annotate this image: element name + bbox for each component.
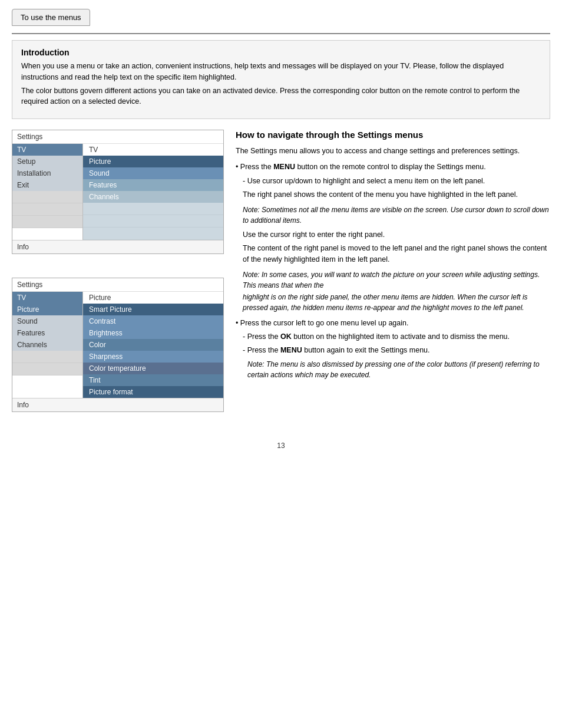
howto-indent2: The content of the right panel is moved …: [236, 243, 550, 266]
diag1-left-panel: TV Setup Installation Exit: [12, 144, 82, 228]
howto-dash2: Use the cursor right to enter the right …: [236, 229, 550, 241]
diag1-r-empty1: [83, 203, 223, 215]
diag2-empty1: [12, 351, 82, 363]
diag2-pictformat: Picture format: [83, 386, 223, 398]
diag2-left-panel: TV Picture Sound Features Channels: [12, 292, 82, 375]
main-content: Settings TV Setup Installation Exit: [12, 130, 550, 424]
howto-note1: Note: Sometimes not all the menu items a…: [236, 205, 550, 226]
intro-title: Introduction: [21, 48, 541, 57]
howto-indent1: The right panel shows the content of the…: [236, 189, 550, 200]
diag1-setup-row: Setup: [12, 156, 82, 167]
howto-note3: highlight is on the right side panel, th…: [236, 292, 550, 313]
diag1-tv-row: TV: [12, 144, 82, 156]
howto-bullet1: • Press the MENU button on the remote co…: [236, 162, 550, 173]
diag2-colortemp: Color temperature: [83, 363, 223, 374]
diag2-contrast: Contrast: [83, 315, 223, 327]
diag2-right-panel: Picture Smart Picture Contrast Brightnes…: [83, 292, 223, 398]
header-tab: To use the menus: [12, 9, 90, 26]
diag2-sound-row: Sound: [12, 315, 82, 327]
intro-section: Introduction When you use a menu or take…: [12, 40, 550, 119]
intro-paragraph2: The color buttons govern different actio…: [21, 85, 541, 108]
diag1-picture: Picture: [83, 156, 223, 167]
diag2-tint: Tint: [83, 374, 223, 386]
menu-diagram-2: Settings TV Picture Sound Features Chann…: [12, 278, 224, 412]
diag2-sharpness: Sharpness: [83, 351, 223, 363]
diag2-features-row: Features: [12, 327, 82, 339]
diag1-exit-row: Exit: [12, 179, 82, 191]
howto-dash1: - Use cursor up/down to highlight and se…: [236, 176, 550, 187]
diag1-settings-label: Settings: [12, 130, 223, 144]
diag2-info-bar: Info: [12, 398, 223, 411]
menu-diagram-1: Settings TV Setup Installation Exit: [12, 130, 224, 254]
diag2-channels-row: Channels: [12, 339, 82, 351]
diag1-features: Features: [83, 179, 223, 191]
page-number: 13: [12, 442, 550, 450]
diag1-r-empty2: [83, 215, 223, 228]
howto-note2: Note: In some cases, you will want to wa…: [236, 269, 550, 291]
howto-dash3: - Press the OK button on the highlighted…: [236, 331, 550, 342]
diag1-empty1: [12, 191, 82, 203]
header-tab-label: To use the menus: [21, 13, 81, 22]
left-column: Settings TV Setup Installation Exit: [12, 130, 224, 424]
diag2-brightness: Brightness: [83, 327, 223, 339]
howto-note4: Note: The menu is also dismissed by pres…: [236, 359, 550, 380]
howto-intro: The Settings menu allows you to access a…: [236, 146, 550, 157]
diag2-settings-label: Settings: [12, 278, 223, 292]
diag2-tv-row: TV: [12, 292, 82, 304]
howto-title: How to navigate through the Settings men…: [236, 130, 550, 140]
diag2-color: Color: [83, 339, 223, 351]
diag1-tv-header: TV: [83, 144, 223, 156]
diag2-picture-label: Picture: [83, 292, 223, 304]
diag1-empty2: [12, 203, 82, 216]
howto-bullet2: • Press the cursor left to go one menu l…: [236, 318, 550, 329]
diag1-info-bar: Info: [12, 240, 223, 253]
diag1-channels: Channels: [83, 191, 223, 203]
diag1-right-panel: Picture Sound Features Channels: [83, 156, 223, 240]
diag2-smart: Smart Picture: [83, 304, 223, 315]
diag2-picture-row: Picture: [12, 304, 82, 315]
diag1-r-empty3: [83, 228, 223, 240]
howto-dash4: - Press the MENU button again to exit th…: [236, 345, 550, 356]
diag1-install-row: Installation: [12, 167, 82, 179]
diag1-sound: Sound: [83, 167, 223, 179]
right-column: How to navigate through the Settings men…: [236, 130, 550, 424]
intro-paragraph1: When you use a menu or take an action, c…: [21, 61, 541, 83]
diag1-empty3: [12, 216, 82, 228]
diag2-empty2: [12, 363, 82, 375]
